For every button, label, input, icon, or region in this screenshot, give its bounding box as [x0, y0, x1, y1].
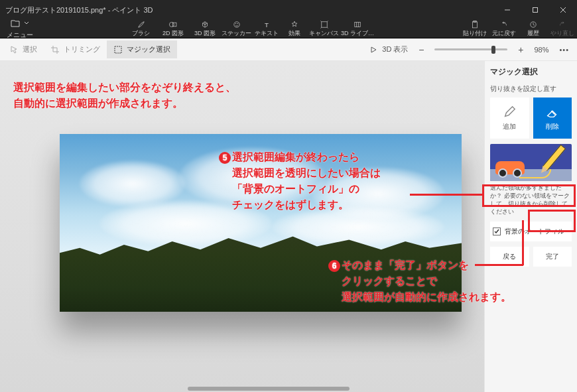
pencil-icon: [502, 105, 517, 119]
autofill-label: 背景のオートフィル: [505, 227, 564, 236]
tool-text[interactable]: T テキスト: [253, 20, 280, 38]
paste-button[interactable]: 貼り付け: [460, 20, 489, 38]
toolbar-right: 貼り付け 元に戻す 履歴 やり直し: [460, 20, 577, 38]
svg-rect-12: [473, 22, 478, 28]
text-icon: T: [262, 20, 271, 29]
svg-text:T: T: [265, 21, 269, 29]
toolbar-strip: ブラシ 2D 図形 3D 図形 ステッカー T テキスト 効果 キャンバス 3D: [40, 20, 460, 38]
shape-3d-icon: [200, 20, 210, 29]
crop-icon: [50, 45, 60, 54]
more-button[interactable]: •••: [555, 46, 573, 54]
history-icon: [529, 20, 538, 29]
canvas-icon: [320, 20, 329, 29]
svg-point-6: [234, 22, 239, 27]
hint-text: 選んだ領域が多すぎましたか？ 必要のない領域をマークして、切り抜きから削除してく…: [490, 184, 572, 216]
trimming-button[interactable]: トリミング: [44, 40, 107, 58]
magic-select-panel: マジック選択 切り抜きを設定し直す 追加 削除 選んだ領域が多すぎましたか？ 必…: [484, 61, 577, 392]
redo-button[interactable]: やり直し: [548, 20, 577, 38]
zoom-slider-thumb[interactable]: [491, 46, 495, 54]
canvas[interactable]: [60, 134, 462, 312]
menu-label: メニュー: [7, 31, 33, 40]
tool-effects[interactable]: 効果: [281, 20, 308, 38]
window-controls: [493, 0, 577, 20]
sticker-icon: [232, 20, 241, 29]
autofill-checkbox[interactable]: 背景のオートフィル: [490, 222, 572, 241]
svg-point-8: [237, 23, 238, 24]
done-button[interactable]: 完了: [533, 247, 572, 267]
tool-brush[interactable]: ブラシ: [126, 20, 157, 38]
add-tool[interactable]: 追加: [490, 98, 529, 139]
play-icon: [369, 45, 378, 54]
zoom-in-button[interactable]: +: [514, 44, 527, 55]
svg-point-7: [235, 23, 236, 24]
view-3d-button[interactable]: 3D 表示: [362, 42, 415, 57]
shape-2d-icon: [168, 20, 178, 29]
remove-tool[interactable]: 削除: [533, 98, 572, 139]
menu-button[interactable]: メニュー: [0, 20, 40, 38]
checkbox-icon: [493, 228, 501, 235]
titlebar: ブログ用テスト20191015.png* - ペイント 3D: [0, 0, 577, 20]
scrollbar-thumb[interactable]: [188, 387, 350, 391]
tool-sticker[interactable]: ステッカー: [222, 20, 252, 38]
maximize-button[interactable]: [521, 0, 549, 20]
magic-select-icon: [113, 45, 123, 54]
svg-rect-11: [355, 23, 360, 27]
history-button[interactable]: 履歴: [519, 20, 548, 38]
zoom-out-button[interactable]: −: [415, 44, 428, 55]
chevron-down-icon: [24, 21, 29, 26]
main-toolbar: メニュー ブラシ 2D 図形 3D 図形 ステッカー T テキスト 効果 キ: [0, 20, 577, 38]
minimize-button[interactable]: [493, 0, 521, 20]
undo-icon: [499, 20, 509, 29]
second-toolbar: 選択 トリミング マジック選択 3D 表示 − + 98% •••: [0, 38, 577, 61]
panel-subtitle: 切り抜きを設定し直す: [490, 84, 572, 94]
library-3d-icon: [353, 20, 362, 29]
svg-rect-5: [172, 23, 176, 27]
select-button[interactable]: 選択: [3, 40, 44, 58]
eraser-icon: [545, 105, 560, 119]
zoom-controls: − + 98% •••: [415, 44, 577, 55]
close-button[interactable]: [549, 0, 577, 20]
panel-title: マジック選択: [490, 66, 572, 78]
zoom-value: 98%: [534, 46, 548, 54]
folder-icon: [11, 19, 20, 28]
tool-canvas[interactable]: キャンバス: [309, 20, 340, 38]
svg-rect-15: [115, 46, 121, 53]
back-button[interactable]: 戻る: [490, 247, 529, 267]
cursor-icon: [9, 45, 19, 54]
effects-icon: [290, 20, 299, 29]
horizontal-scrollbar[interactable]: [66, 387, 471, 391]
svg-rect-10: [322, 22, 327, 27]
tool-3d-shape[interactable]: 3D 図形: [190, 20, 220, 38]
zoom-slider[interactable]: [434, 48, 507, 50]
magic-select-button[interactable]: マジック選択: [107, 40, 177, 58]
paste-icon: [470, 20, 480, 29]
window-title: ブログ用テスト20191015.png* - ペイント 3D: [5, 5, 493, 15]
tool-3d-library[interactable]: 3D ライブ…: [341, 20, 374, 38]
tool-2d-shape[interactable]: 2D 図形: [158, 20, 188, 38]
brush-icon: [137, 20, 146, 29]
canvas-area[interactable]: [0, 61, 484, 392]
canvas-image: [60, 134, 462, 312]
svg-rect-1: [533, 8, 538, 13]
undo-button[interactable]: 元に戻す: [489, 20, 519, 38]
hint-illustration: [490, 144, 572, 181]
redo-icon: [558, 20, 567, 29]
